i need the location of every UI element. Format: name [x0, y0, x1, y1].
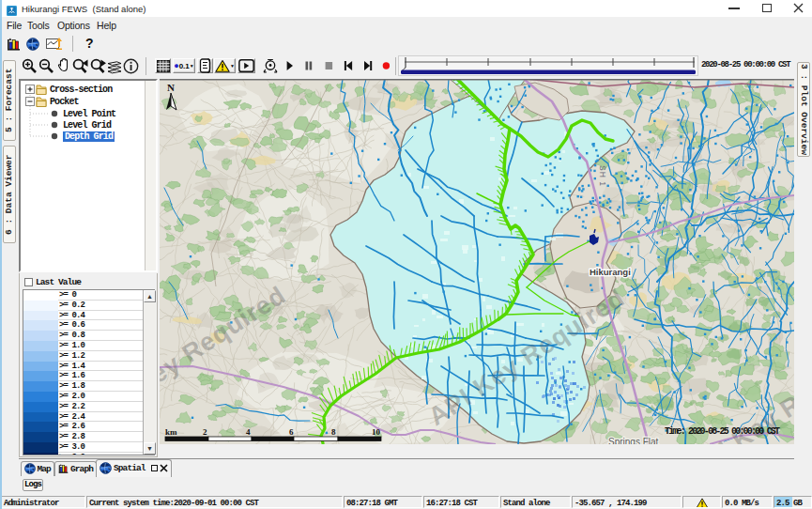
svg-text:10: 10	[372, 427, 381, 437]
svg-text:8: 8	[331, 427, 336, 437]
svg-text:km: km	[165, 427, 177, 437]
svg-text:N: N	[167, 82, 175, 93]
svg-text:Hikurangi: Hikurangi	[590, 267, 631, 277]
svg-text:4: 4	[246, 427, 251, 437]
svg-text:6: 6	[289, 427, 294, 437]
svg-text:Time: 2020-08-25 00:00:00 CST: Time: 2020-08-25 00:00:00 CST	[665, 426, 780, 437]
svg-text:SH 1: SH 1	[598, 165, 607, 187]
svg-text:Springs Flat: Springs Flat	[608, 437, 659, 444]
svg-text:2: 2	[203, 427, 207, 437]
